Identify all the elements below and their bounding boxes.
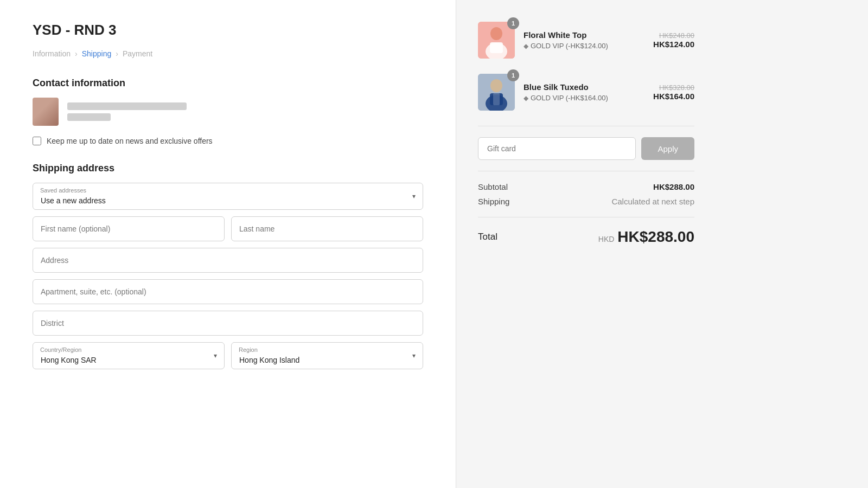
subtotal-label: Subtotal: [478, 182, 508, 191]
item-2-vip: ◆ GOLD VIP (-HK$164.00): [524, 94, 644, 102]
apply-button[interactable]: Apply: [641, 137, 694, 160]
shipping-section-title: Shipping address: [33, 163, 423, 174]
item-1-image-wrapper: 1: [478, 22, 515, 59]
svg-rect-8: [493, 93, 500, 105]
contact-name-blurred: [67, 113, 111, 121]
gift-card-row: Apply: [478, 137, 694, 160]
breadcrumb-shipping[interactable]: Shipping: [82, 49, 112, 58]
diamond-icon-2: ◆: [524, 94, 528, 102]
item-1-vip: ◆ GOLD VIP (-HK$124.00): [524, 42, 644, 50]
country-wrapper: Country/Region Hong Kong SAR ▾: [33, 342, 225, 369]
diamond-icon-1: ◆: [524, 42, 528, 50]
total-currency: HKD: [598, 235, 615, 243]
item-2-quantity-badge: 1: [507, 69, 519, 81]
newsletter-label[interactable]: Keep me up to date on news and exclusive…: [47, 137, 213, 145]
first-name-input[interactable]: [33, 216, 225, 241]
breadcrumb-information[interactable]: Information: [33, 49, 71, 58]
item-1-details: Floral White Top ◆ GOLD VIP (-HK$124.00): [524, 30, 644, 50]
subtotal-value: HK$288.00: [653, 182, 694, 191]
last-name-input[interactable]: [231, 216, 423, 241]
item-2-name: Blue Silk Tuxedo: [524, 82, 644, 92]
contact-section-title: Contact information: [33, 78, 423, 89]
total-value-group: HKD HK$288.00: [598, 228, 694, 246]
gift-card-input[interactable]: [478, 137, 636, 160]
item-1-prices: HK$248.00 HK$124.00: [653, 31, 694, 49]
avatar: [33, 98, 59, 126]
item-1-original-price: HK$248.00: [653, 31, 694, 40]
svg-point-5: [490, 79, 502, 92]
item-2-final-price: HK$164.00: [653, 92, 694, 101]
newsletter-row: Keep me up to date on news and exclusive…: [33, 137, 423, 145]
item-1-name: Floral White Top: [524, 30, 644, 40]
shipping-label: Shipping: [478, 197, 509, 206]
newsletter-checkbox[interactable]: [33, 137, 41, 145]
breadcrumb-sep-2: ›: [116, 49, 118, 58]
item-2-image-wrapper: 1: [478, 74, 515, 111]
divider-3: [478, 217, 694, 217]
svg-rect-3: [490, 42, 503, 53]
contact-info: [33, 98, 423, 126]
right-panel: 1 Floral White Top ◆ GOLD VIP (-HK$124.0…: [456, 0, 716, 488]
order-item-1: 1 Floral White Top ◆ GOLD VIP (-HK$124.0…: [478, 22, 694, 59]
breadcrumb-sep-1: ›: [75, 49, 78, 58]
region-wrapper: Region Hong Kong Island ▾: [231, 342, 423, 369]
divider-1: [478, 126, 694, 126]
country-region-row: Country/Region Hong Kong SAR ▾ Region Ho…: [33, 342, 423, 376]
left-panel: YSD - RND 3 Information › Shipping › Pay…: [0, 0, 456, 488]
svg-point-1: [490, 27, 502, 40]
apartment-input[interactable]: [33, 279, 423, 304]
item-2-details: Blue Silk Tuxedo ◆ GOLD VIP (-HK$164.00): [524, 82, 644, 102]
subtotal-row: Subtotal HK$288.00: [478, 182, 694, 191]
breadcrumb-payment[interactable]: Payment: [123, 49, 152, 58]
total-amount: HK$288.00: [617, 228, 694, 246]
item-1-final-price: HK$124.00: [653, 40, 694, 49]
district-input[interactable]: [33, 311, 423, 336]
shipping-section: Shipping address Saved addresses Use a n…: [33, 163, 423, 376]
item-2-original-price: HK$328.00: [653, 84, 694, 92]
shipping-value: Calculated at next step: [611, 197, 694, 206]
shipping-row: Shipping Calculated at next step: [478, 197, 694, 206]
divider-2: [478, 171, 694, 171]
item-2-prices: HK$328.00 HK$164.00: [653, 84, 694, 101]
order-item-2: 1 Blue Silk Tuxedo ◆ GOLD VIP (-HK$164.0…: [478, 74, 694, 111]
item-1-quantity-badge: 1: [507, 17, 519, 29]
name-row: [33, 216, 423, 241]
region-select[interactable]: Hong Kong Island: [231, 342, 423, 369]
saved-addresses-select[interactable]: Use a new address: [33, 183, 423, 210]
saved-addresses-wrapper: Saved addresses Use a new address ▾: [33, 183, 423, 210]
total-label: Total: [478, 232, 497, 242]
address-input[interactable]: [33, 248, 423, 273]
contact-text: [67, 102, 187, 121]
contact-email-blurred: [67, 102, 187, 110]
breadcrumb: Information › Shipping › Payment: [33, 49, 423, 58]
store-title: YSD - RND 3: [33, 22, 423, 38]
country-select[interactable]: Hong Kong SAR: [33, 342, 225, 369]
total-row: Total HKD HK$288.00: [478, 228, 694, 246]
